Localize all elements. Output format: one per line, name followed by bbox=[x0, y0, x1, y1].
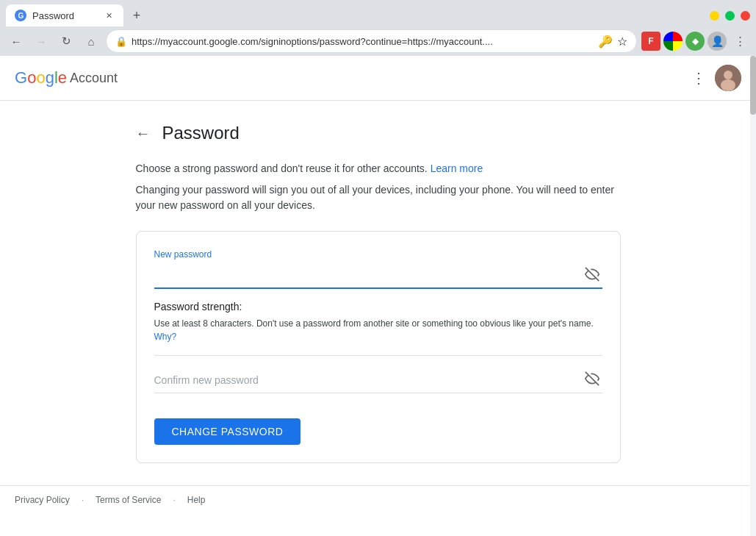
footer-dot-2: · bbox=[173, 495, 175, 505]
toolbar: ← → ↻ ⌂ 🔒 https://myaccount.google.com/s… bbox=[0, 26, 756, 56]
new-tab-button[interactable]: + bbox=[126, 5, 147, 26]
description-text: Choose a strong password and don't reuse… bbox=[136, 162, 428, 174]
divider bbox=[154, 355, 602, 356]
page-content: Google Account ⋮ ← Password Choose a str… bbox=[0, 56, 756, 536]
svg-point-4 bbox=[721, 79, 735, 91]
form-card: New password Password strength: bbox=[136, 231, 621, 463]
terms-link[interactable]: Terms of Service bbox=[96, 495, 161, 505]
change-password-button[interactable]: CHANGE PASSWORD bbox=[154, 418, 301, 445]
user-avatar[interactable] bbox=[715, 65, 741, 91]
forward-button[interactable]: → bbox=[31, 31, 51, 51]
tab-favicon: G bbox=[15, 10, 26, 21]
maximize-button[interactable] bbox=[725, 11, 735, 21]
page-title: Password bbox=[162, 123, 240, 143]
svg-text:G: G bbox=[18, 12, 24, 20]
strength-hint: Use at least 8 characters. Don't use a p… bbox=[154, 317, 602, 343]
strength-label: Password strength: bbox=[154, 301, 602, 312]
close-button[interactable] bbox=[741, 11, 750, 21]
browser-actions: F ◆ 👤 ⋮ bbox=[641, 31, 750, 51]
new-password-label: New password bbox=[154, 249, 602, 260]
ext-circle[interactable] bbox=[663, 32, 683, 51]
footer-dot-1: · bbox=[82, 495, 84, 505]
header-right: ⋮ bbox=[691, 65, 741, 91]
svg-point-3 bbox=[724, 71, 732, 79]
toggle-new-password-icon[interactable] bbox=[585, 267, 600, 285]
browser-chrome: G Password ✕ + ← → ↻ ⌂ 🔒 https://myaccou… bbox=[0, 0, 756, 56]
help-link[interactable]: Help bbox=[187, 495, 206, 505]
scrollbar-track[interactable] bbox=[750, 56, 756, 536]
new-password-group: New password bbox=[154, 249, 602, 289]
new-password-wrapper bbox=[154, 262, 602, 289]
description-main: Choose a strong password and don't reuse… bbox=[136, 161, 621, 176]
logo-g: G bbox=[15, 68, 27, 87]
minimize-button[interactable] bbox=[710, 11, 719, 21]
tab-title: Password bbox=[32, 10, 97, 21]
logo-o2: o bbox=[36, 68, 45, 87]
url-text: https://myaccount.google.com/signinoptio… bbox=[132, 36, 594, 47]
account-label: Account bbox=[70, 71, 118, 86]
address-icons: 🔑 ☆ bbox=[598, 35, 627, 49]
confirm-password-group bbox=[154, 368, 602, 393]
confirm-password-input[interactable] bbox=[154, 368, 602, 393]
back-arrow-button[interactable]: ← bbox=[136, 125, 151, 142]
avatar-image bbox=[715, 65, 741, 91]
back-header: ← Password bbox=[136, 123, 621, 143]
tab-close-button[interactable]: ✕ bbox=[103, 10, 115, 21]
star-icon[interactable]: ☆ bbox=[617, 35, 627, 49]
address-bar[interactable]: 🔒 https://myaccount.google.com/signinopt… bbox=[106, 29, 637, 53]
learn-more-link[interactable]: Learn more bbox=[431, 162, 483, 174]
ext-red[interactable]: F bbox=[641, 32, 660, 51]
confirm-password-wrapper bbox=[154, 368, 602, 393]
back-button[interactable]: ← bbox=[6, 31, 26, 51]
logo-o1: o bbox=[27, 68, 36, 87]
password-strength-section: Password strength: Use at least 8 charac… bbox=[154, 301, 602, 343]
ext-green[interactable]: ◆ bbox=[685, 32, 705, 51]
lock-icon: 🔒 bbox=[115, 36, 127, 47]
title-bar: G Password ✕ + bbox=[0, 0, 756, 26]
why-link[interactable]: Why? bbox=[154, 332, 177, 342]
new-password-input[interactable] bbox=[154, 262, 602, 289]
home-button[interactable]: ⌂ bbox=[81, 31, 101, 51]
google-logo: Google Account bbox=[15, 68, 118, 87]
user-icon[interactable]: 👤 bbox=[708, 32, 727, 51]
active-tab[interactable]: G Password ✕ bbox=[6, 4, 123, 26]
strength-hint-text: Use at least 8 characters. Don't use a p… bbox=[154, 318, 594, 329]
toggle-confirm-password-icon[interactable] bbox=[585, 371, 600, 390]
more-options-button[interactable]: ⋮ bbox=[691, 69, 706, 87]
logo-g2: g bbox=[46, 68, 54, 87]
logo-e: e bbox=[58, 68, 67, 87]
page-header: Google Account ⋮ bbox=[0, 56, 756, 101]
privacy-policy-link[interactable]: Privacy Policy bbox=[15, 495, 70, 505]
reload-button[interactable]: ↻ bbox=[56, 31, 76, 51]
menu-button[interactable]: ⋮ bbox=[730, 31, 750, 51]
key-icon: 🔑 bbox=[598, 35, 613, 49]
warning-text: Changing your password will sign you out… bbox=[136, 182, 621, 213]
scrollbar-thumb[interactable] bbox=[750, 56, 756, 115]
page-footer: Privacy Policy · Terms of Service · Help bbox=[0, 485, 756, 514]
main-content: ← Password Choose a strong password and … bbox=[121, 101, 636, 485]
window-controls bbox=[710, 11, 750, 21]
